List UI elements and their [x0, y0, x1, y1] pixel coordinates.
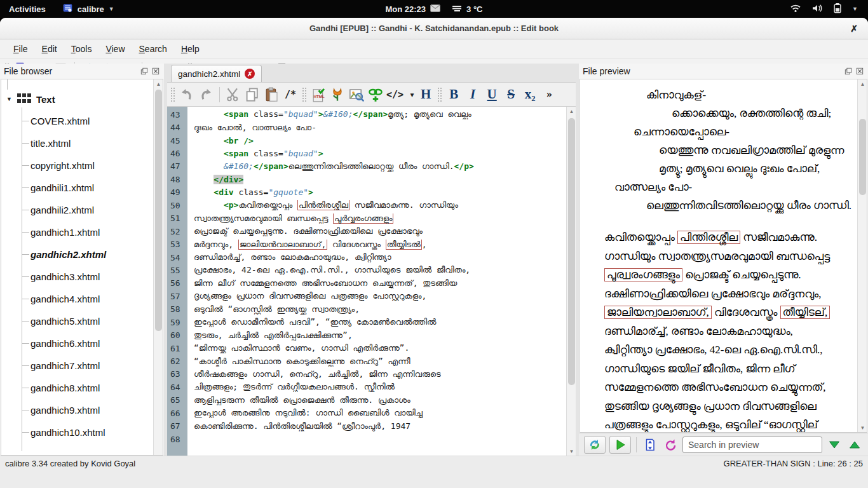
search-previous-button[interactable]: [846, 437, 863, 453]
file-item-gandhich7[interactable]: gandhich7.xhtml: [1, 355, 153, 377]
code-line-67[interactable]: 67കൊണ്ടിരിക്കുന്നു. പിൻതിരശ്ശീലയിൽ “ശ്രീ…: [167, 420, 566, 433]
file-item-gandhich10[interactable]: gandhich10.xhtml: [1, 421, 153, 444]
code-line-54[interactable]: 54ദണ്ഡിമാർച്ച്, രണ്ടാം ലോകമഹായുദ്ധം, ക്വ…: [167, 251, 566, 264]
run-preview-button[interactable]: [609, 436, 631, 454]
menu-search[interactable]: Search: [132, 41, 174, 57]
code-line-68[interactable]: 68: [167, 433, 566, 445]
scroll-up-icon[interactable]: ▲: [567, 107, 576, 116]
reload-button[interactable]: [662, 437, 679, 453]
window-titlebar[interactable]: Gandhi [EPUB] :: Gandhi - K. Satchidanan…: [0, 18, 868, 39]
file-item-gandhich9[interactable]: gandhich9.xhtml: [1, 399, 153, 421]
window-close-button[interactable]: ✗: [848, 22, 860, 35]
insert-tag-button[interactable]: </> ▾: [385, 85, 416, 105]
bold-button[interactable]: B: [444, 85, 463, 105]
cut-button[interactable]: [224, 85, 243, 105]
code-line-51[interactable]: 51സ്വാതന്ത്ര്യസമരവുമായി ബന്ധപ്പെട്ട പൂർവ…: [167, 212, 566, 225]
insert-image-button[interactable]: [347, 85, 366, 105]
preview-viewport[interactable]: കിനാവുകള്-ക്കൊക്കെയും, രക്തത്തിന്റെ രുചി…: [580, 79, 867, 433]
undo-button[interactable]: [177, 85, 196, 105]
file-item-gandhich4[interactable]: gandhich4.xhtml: [1, 288, 153, 310]
preview-scrollbar[interactable]: ▲ ▼: [857, 79, 867, 432]
clock-button[interactable]: Mon 22:23: [385, 4, 440, 14]
file-item-title[interactable]: title.xhtml: [1, 132, 153, 154]
code-line-63[interactable]: 63ശീർഷകങ്ങളും ഗാന്ധി, നെഹ്റു, ചർച്ചിൽ, ജ…: [167, 368, 566, 381]
file-item-gandhili2[interactable]: gandhili2.xhtml: [1, 199, 153, 221]
refresh-preview-button[interactable]: [584, 436, 606, 454]
file-item-gandhich5[interactable]: gandhich5.xhtml: [1, 310, 153, 332]
menu-file[interactable]: File: [6, 41, 35, 57]
beautify-tulip-button[interactable]: [328, 85, 347, 105]
menu-view[interactable]: View: [98, 41, 132, 57]
scroll-up-icon[interactable]: ▲: [858, 79, 867, 88]
paste-button[interactable]: [262, 85, 281, 105]
code-line-44[interactable]: 44ദുഃഖം പോൽ, വാത്സല്യം പോ-: [167, 121, 566, 133]
scroll-up-icon[interactable]: ▲: [154, 79, 163, 88]
code-line-55[interactable]: 55പ്രക്ഷോഭം, 42-ലെ ഏ.ഐ.സി.സി., ഗാന്ധിയുട…: [167, 264, 566, 276]
code-line-61[interactable]: 61“ജിന്നയ്ക്കു പാകിസ്ഥാൻ വേണം, ഗാന്ധി എത…: [167, 342, 566, 355]
code-line-43[interactable]: 43 <span class="bquad">&#160;</span>മൃത്…: [167, 108, 566, 121]
weather-indicator[interactable]: 3 °C: [452, 4, 482, 14]
file-item-copyright[interactable]: copyright.xhtml: [1, 154, 153, 177]
code-text: &#160;</span>ലെത്തുന്നിതവിടത്തിലൊറ്റയ്ക്…: [187, 161, 566, 172]
file-item-gandhich1[interactable]: gandhich1.xhtml: [1, 221, 153, 243]
tab-gandhich2[interactable]: gandhich2.xhtml ✗: [171, 65, 262, 82]
code-line-66[interactable]: 66ഇപ്പോൾ അരങ്ങിനു നടുവിൽ: ഗാന്ധി ബൈബിൾ വ…: [167, 407, 566, 419]
code-line-48[interactable]: 48 </div>: [167, 173, 566, 186]
code-line-57[interactable]: 57ദൃശ്യങ്ങളും പ്രധാന ദിവസങ്ങളിലെ പത്രങ്ങ…: [167, 290, 566, 302]
fix-html-button[interactable]: HTML: [309, 85, 328, 105]
code-line-58[interactable]: 58ഒടുവിൽ “ഓഗസ്റ്റിൽ ഇന്ത്യയ്ക്കു സ്വാതന്…: [167, 303, 566, 316]
code-text: തുടരും, ചർച്ചിൽ എതിർപ്പുപേക്ഷിക്കുന്നു”,: [187, 330, 566, 341]
underline-button[interactable]: U: [482, 85, 501, 105]
menu-edit[interactable]: Edit: [35, 41, 64, 57]
code-line-56[interactable]: 56ജിന്ന ലീഗ് സമ്മേളനത്തെ അഭിസംബോധന ചെയ്യ…: [167, 277, 566, 290]
system-status-area[interactable]: ▼: [790, 3, 868, 15]
code-line-65[interactable]: 65ആളിപ്പടരുന്ന തീയിൽ പ്രൊജെക്ഷൻ തീരുന്നു…: [167, 394, 566, 407]
search-next-button[interactable]: [826, 437, 843, 453]
code-line-62[interactable]: 62“കാശ്മീർ പാകിസ്ഥാനു കൊടുക്കില്ലെന്നു ന…: [167, 355, 566, 367]
code-line-45[interactable]: 45 <br />: [167, 134, 566, 147]
file-item-gandhich3[interactable]: gandhich3.xhtml: [1, 266, 153, 288]
dock-close-icon[interactable]: [855, 67, 864, 76]
copy-button[interactable]: [243, 85, 262, 105]
code-line-60[interactable]: 60തുടരും, ചർച്ചിൽ എതിർപ്പുപേക്ഷിക്കുന്നു…: [167, 329, 566, 341]
file-item-gandhili1[interactable]: gandhili1.xhtml: [1, 177, 153, 199]
code-line-59[interactable]: 59ഇപ്പോൾ ഡൊമീനിയൻ പദവി”, “ഇന്ത്യ കോമൺവെൽ…: [167, 316, 566, 329]
activities-button[interactable]: Activities: [9, 4, 46, 14]
code-line-46[interactable]: 46 <span class="bquad">: [167, 147, 566, 159]
file-item-gandhich2[interactable]: gandhich2.xhtml: [1, 243, 153, 266]
scroll-down-icon[interactable]: ▼: [858, 423, 867, 432]
dock-close-icon[interactable]: [151, 67, 160, 76]
dock-float-icon[interactable]: [844, 67, 853, 76]
file-item-gandhich8[interactable]: gandhich8.xhtml: [1, 377, 153, 399]
file-item-COVER[interactable]: COVER.xhtml: [1, 110, 153, 132]
file-item-gandhich6[interactable]: gandhich6.xhtml: [1, 332, 153, 355]
editor-scrollbar[interactable]: ▲ ▼: [566, 107, 576, 456]
redo-button[interactable]: [196, 85, 215, 105]
code-editor[interactable]: 43 <span class="bquad">&#160;</span>മൃത്…: [167, 107, 576, 456]
code-line-47[interactable]: 47 &#160;</span>ലെത്തുന്നിതവിടത്തിലൊറ്റയ…: [167, 160, 566, 173]
file-tree-scrollbar[interactable]: ▲: [153, 79, 163, 455]
menu-tools[interactable]: Tools: [64, 41, 99, 57]
code-line-52[interactable]: 52പ്രൊജക്ട് ചെയ്യപ്പെടുന്നു. ദക്ഷിണാഫ്രി…: [167, 225, 566, 238]
code-line-49[interactable]: 49 <div class="gquote">: [167, 186, 566, 199]
code-line-50[interactable]: 50 <p>കവിതയ്ക്കൊപ്പം പിൻതിരശ്ശീല സജീവമാക…: [167, 199, 566, 212]
comment-button[interactable]: /*: [281, 85, 300, 105]
search-in-preview-input[interactable]: [682, 437, 822, 453]
sync-preview-button[interactable]: [642, 437, 658, 453]
expander-icon[interactable]: ▼: [6, 96, 12, 102]
code-line-53[interactable]: 53മർദ്ദനവും, ജാലിയൻവാലാബാഗ്, വിദേശവസ്ത്ര…: [167, 238, 566, 250]
italic-button[interactable]: I: [463, 85, 482, 105]
insert-link-button[interactable]: [366, 85, 385, 105]
code-line-64[interactable]: 64ചിത്രങ്ങളും; തുടർന്ന് വർഗ്ഗീയകലാപങ്ങൾ.…: [167, 381, 566, 393]
scroll-down-icon[interactable]: ▼: [567, 447, 576, 456]
heading-button[interactable]: H: [416, 85, 435, 105]
tree-section-text[interactable]: ▼Text: [1, 88, 153, 110]
strikethrough-button[interactable]: S: [501, 85, 520, 105]
app-menu-button[interactable]: calibre ▼: [62, 3, 114, 15]
menu-help[interactable]: Help: [174, 41, 207, 57]
tab-close-icon[interactable]: ✗: [245, 69, 255, 79]
overflow-button[interactable]: »: [539, 85, 559, 105]
line-number: 66: [167, 409, 187, 418]
subscript-button[interactable]: x₂: [520, 85, 539, 105]
dock-float-icon[interactable]: [140, 67, 149, 76]
